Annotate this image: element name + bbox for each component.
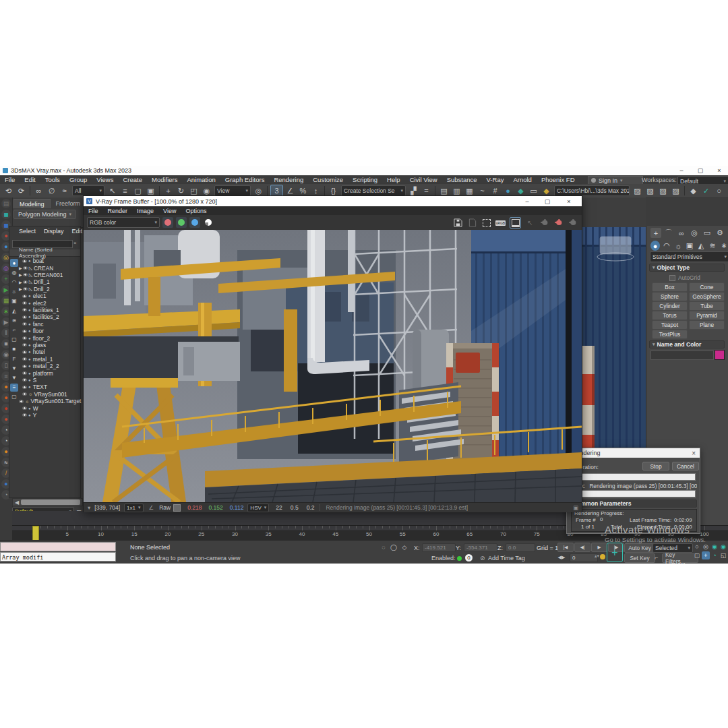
schematic-view-icon[interactable]: # [489,185,501,196]
explorer-row-VRaySun001[interactable]: ☼ VRaySun001 [19,391,80,398]
zoom-extents-icon[interactable]: ◉ [710,543,719,551]
explorer-row-facilities_1[interactable]: ● facilities_1 [19,307,80,313]
menu-graph-editors[interactable]: Graph Editors [220,175,270,184]
eye-icon[interactable] [22,365,27,368]
select-by-name-icon[interactable]: ≡ [119,185,131,196]
viewport-hscrollbar[interactable]: ◀ [12,498,83,506]
primitive-cylinder-button[interactable]: Cylinder [652,301,688,311]
follow-mouse-icon[interactable]: ↖ [525,218,535,228]
expand-arrow-icon[interactable]: ▶ [19,286,22,291]
filter-shapes-icon[interactable]: ◠ [10,278,18,286]
ok-check-icon[interactable]: ✓ [700,185,712,196]
render-last-icon[interactable] [539,218,549,228]
eye-icon[interactable] [22,351,27,354]
tab-motion[interactable]: ◎ [689,228,700,238]
save-scene-plus-icon[interactable]: ▨ [632,185,643,196]
eye-icon[interactable] [22,357,27,361]
frame-spinner-arrows[interactable]: ▴▾ [595,553,599,559]
primitive-tube-button[interactable]: Tube [689,301,725,311]
undo-icon[interactable]: ⟲ [3,185,14,196]
z-field[interactable]: 0.0 [506,543,535,552]
srgb-icon[interactable]: sRGB [495,218,506,228]
minimize-button[interactable]: – [673,166,690,175]
subtab-cameras[interactable]: ▣ [685,241,694,251]
bind-spacewarp-icon[interactable]: ≈ [59,185,70,196]
menu-phoenix-fd[interactable]: Phoenix FD [537,175,580,184]
menu-create[interactable]: Create [118,175,147,184]
explorer-row-S[interactable]: ● S [19,377,80,384]
menu-modifiers[interactable]: Modifiers [147,175,183,184]
subtab-shapes[interactable]: ◠ [662,241,671,251]
export-scene-icon[interactable]: ▨ [657,185,669,196]
subtab-lights[interactable]: ☼ [673,241,683,251]
x-field[interactable]: -419.521 [422,543,456,552]
tab-create[interactable]: + [650,228,661,238]
menu-tools[interactable]: Tools [40,175,65,184]
red-channel-toggle[interactable] [162,217,173,228]
expand-arrow-icon[interactable]: ▶ [19,266,22,270]
primitive-teapot-button[interactable]: Teapot [652,320,688,330]
vfb-menu-render[interactable]: Render [103,206,133,215]
tab-utilities[interactable]: ⚙ [715,228,725,238]
select-object-icon[interactable]: ↖ [107,185,118,196]
pin-icon[interactable]: ▾ [88,504,90,511]
current-frame-field[interactable]: 0 [570,553,598,562]
subtab-helpers[interactable]: ◭ [696,241,706,251]
explorer-row-TEXT[interactable]: ● TEXT [19,384,80,390]
name-color-rollout[interactable]: ▾ Name and Color [649,340,725,348]
mono-channel-toggle[interactable] [203,217,214,228]
object-name-field[interactable] [650,351,714,360]
render-production-icon[interactable]: ◆ [541,185,552,196]
angle-snap-icon[interactable]: ∠ [284,185,296,196]
eye-icon[interactable] [23,266,28,270]
primitive-box-button[interactable]: Box [652,282,688,292]
import-scene-icon[interactable]: ▨ [644,185,656,196]
asset-tracking-icon[interactable]: ▨ [670,185,681,196]
maxscript-mini-listener-pink[interactable] [0,542,116,551]
menu-edit[interactable]: Edit [20,175,40,184]
eye-icon[interactable] [22,413,27,417]
primitive-cone-button[interactable]: Cone [689,282,725,292]
expand-arrow-icon[interactable]: ▶ [19,272,22,277]
reference-coordinate-dropdown[interactable]: View▾ [214,185,251,196]
scene-explorer-toggle-icon[interactable]: ▥ [451,185,462,196]
layer-manager-icon[interactable]: ▤ [438,185,450,196]
spinner-snap-icon[interactable]: ↕ [310,185,322,196]
select-rotate-icon[interactable]: ↻ [175,185,187,196]
primitive-pyramid-button[interactable]: Pyramid [689,311,725,320]
eye-icon[interactable] [23,280,28,284]
menu-v-ray[interactable]: V-Ray [482,175,509,184]
use-pivot-center-icon[interactable]: ◎ [253,185,264,196]
menu-animation[interactable]: Animation [183,175,220,184]
tab-modify[interactable]: ⌒ [663,228,674,238]
display-hidden-icon[interactable]: F [10,355,18,363]
explorer-row-glass[interactable]: ● glass [19,342,80,348]
scroll-left-icon[interactable]: ◀ [13,499,21,506]
container-icon[interactable]: ▢ [10,393,18,401]
primitive-textplus-button[interactable]: TextPlus [652,330,688,339]
filter-lights-icon[interactable]: ☼ [10,288,18,296]
eye-icon[interactable] [22,343,27,346]
selection-filter-dropdown[interactable]: All▾ [72,185,104,196]
zoom-region-icon[interactable]: ▢ [693,551,701,559]
select-link-icon[interactable]: ∞ [33,185,44,196]
select-scale-icon[interactable]: ◰ [188,185,200,196]
explorer-row-hotel[interactable]: ● hotel [19,348,80,355]
explorer-row-elec1[interactable]: ● elec1 [19,293,80,299]
filter-geometry-icon[interactable]: ◍ [10,268,18,276]
sort-list-icon[interactable]: ≡ [10,384,18,392]
blue-channel-toggle[interactable] [189,217,200,228]
vfb-menu-view[interactable]: View [158,206,181,215]
explorer-row-metal_1[interactable]: ● metal_1 [19,356,80,363]
interactive-render-icon[interactable] [568,218,578,228]
explorer-menu-select[interactable]: Select [15,227,40,235]
selection-region-icon[interactable]: ▢ [132,185,144,196]
ribbon-tab-modeling[interactable]: Modeling [13,199,51,208]
primitive-torus-button[interactable]: Torus [652,311,688,320]
display-influences-icon[interactable]: ▢ [10,336,18,344]
tab-hierarchy[interactable]: ∞ [676,228,687,238]
explorer-row-elec2[interactable]: ● elec2 [19,299,80,306]
filter-bones-icon[interactable]: ⌐ [10,326,18,334]
subtab-spacewarps[interactable]: ≋ [708,241,717,251]
selection-lock-icon[interactable]: ◯ [390,543,398,551]
